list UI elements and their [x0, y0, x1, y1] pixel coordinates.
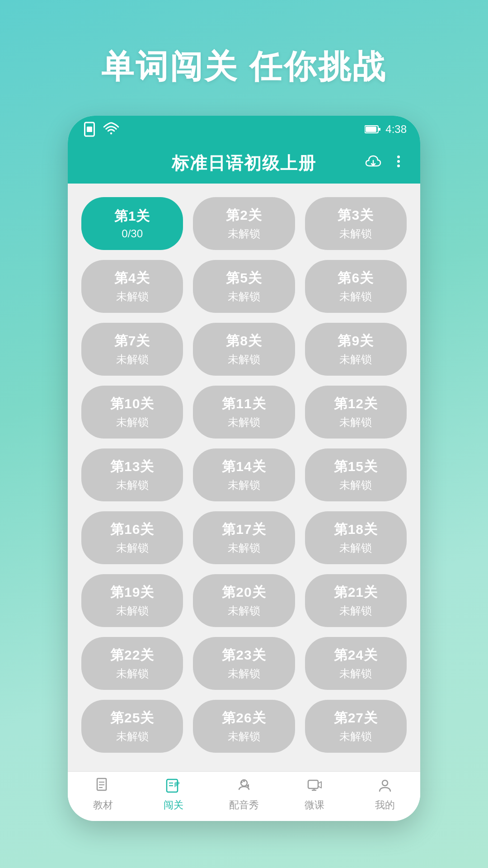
level-btn-1[interactable]: 第1关0/30: [81, 197, 183, 250]
wifi-icon: [103, 121, 119, 137]
level-status-16: 未解锁: [116, 541, 149, 555]
nav-icon-textbook: [94, 777, 112, 796]
battery-icon: [365, 125, 381, 134]
level-btn-16[interactable]: 第16关未解锁: [81, 511, 183, 564]
level-name-20: 第20关: [222, 583, 266, 602]
level-btn-6[interactable]: 第6关未解锁: [305, 260, 407, 313]
svg-point-23: [382, 780, 388, 786]
level-btn-24[interactable]: 第24关未解锁: [305, 637, 407, 690]
nav-icon-challenge: [165, 777, 182, 796]
nav-icon-dubbing: [235, 777, 253, 796]
level-status-8: 未解锁: [228, 352, 260, 367]
nav-item-micro[interactable]: 微课: [279, 777, 350, 812]
level-name-13: 第13关: [110, 458, 154, 476]
time-display: 4:38: [385, 123, 407, 136]
level-status-7: 未解锁: [116, 352, 149, 367]
level-status-27: 未解锁: [339, 729, 372, 744]
level-name-21: 第21关: [334, 583, 378, 602]
level-name-6: 第6关: [338, 269, 374, 288]
nav-icon-micro: [306, 777, 323, 796]
level-status-21: 未解锁: [339, 604, 372, 618]
level-status-24: 未解锁: [339, 666, 372, 681]
level-btn-20[interactable]: 第20关未解锁: [193, 574, 295, 627]
svg-rect-20: [308, 780, 318, 788]
level-btn-5[interactable]: 第5关未解锁: [193, 260, 295, 313]
level-name-12: 第12关: [334, 395, 378, 413]
level-status-11: 未解锁: [228, 415, 260, 429]
nav-item-mine[interactable]: 我的: [350, 777, 420, 812]
level-btn-8[interactable]: 第8关未解锁: [193, 323, 295, 376]
sim-icon: [81, 121, 98, 137]
hero-title: 单词闯关 任你挑战: [101, 45, 387, 89]
svg-rect-4: [366, 127, 376, 132]
level-btn-25[interactable]: 第25关未解锁: [81, 700, 183, 753]
svg-point-18: [241, 781, 243, 783]
level-btn-26[interactable]: 第26关未解锁: [193, 700, 295, 753]
level-btn-23[interactable]: 第23关未解锁: [193, 637, 295, 690]
nav-item-challenge[interactable]: 闯关: [138, 777, 209, 812]
svg-rect-1: [87, 127, 92, 132]
level-btn-12[interactable]: 第12关未解锁: [305, 386, 407, 439]
svg-point-8: [397, 165, 400, 167]
level-btn-14[interactable]: 第14关未解锁: [193, 448, 295, 501]
level-name-27: 第27关: [334, 709, 378, 727]
level-btn-21[interactable]: 第21关未解锁: [305, 574, 407, 627]
level-status-1: 0/30: [122, 227, 143, 240]
level-btn-13[interactable]: 第13关未解锁: [81, 448, 183, 501]
level-name-18: 第18关: [334, 520, 378, 539]
level-btn-9[interactable]: 第9关未解锁: [305, 323, 407, 376]
header-icons: [364, 152, 407, 175]
nav-item-dubbing[interactable]: 配音秀: [209, 777, 279, 812]
level-btn-11[interactable]: 第11关未解锁: [193, 386, 295, 439]
nav-label-challenge: 闯关: [164, 798, 183, 812]
nav-label-micro: 微课: [305, 798, 324, 812]
level-name-25: 第25关: [110, 709, 154, 727]
svg-point-6: [397, 156, 400, 158]
level-btn-27[interactable]: 第27关未解锁: [305, 700, 407, 753]
level-name-11: 第11关: [222, 395, 266, 413]
app-header: 标准日语初级上册: [68, 143, 420, 184]
status-left: [81, 121, 119, 137]
level-name-23: 第23关: [222, 646, 266, 665]
level-status-17: 未解锁: [228, 541, 260, 555]
level-btn-7[interactable]: 第7关未解锁: [81, 323, 183, 376]
level-btn-10[interactable]: 第10关未解锁: [81, 386, 183, 439]
level-btn-17[interactable]: 第17关未解锁: [193, 511, 295, 564]
level-btn-2[interactable]: 第2关未解锁: [193, 197, 295, 250]
nav-label-textbook: 教材: [93, 798, 113, 812]
level-status-25: 未解锁: [116, 729, 149, 744]
svg-point-2: [110, 132, 113, 135]
level-status-6: 未解锁: [339, 289, 372, 304]
level-btn-19[interactable]: 第19关未解锁: [81, 574, 183, 627]
level-btn-3[interactable]: 第3关未解锁: [305, 197, 407, 250]
level-name-22: 第22关: [110, 646, 154, 665]
level-status-5: 未解锁: [228, 289, 260, 304]
level-btn-15[interactable]: 第15关未解锁: [305, 448, 407, 501]
level-name-3: 第3关: [338, 206, 374, 225]
nav-item-textbook[interactable]: 教材: [68, 777, 138, 812]
level-status-20: 未解锁: [228, 604, 260, 618]
level-name-1: 第1关: [114, 207, 150, 226]
download-icon[interactable]: [364, 152, 382, 175]
svg-rect-5: [379, 128, 380, 131]
main-content[interactable]: 第1关0/30第2关未解锁第3关未解锁第4关未解锁第5关未解锁第6关未解锁第7关…: [68, 184, 420, 771]
level-name-9: 第9关: [338, 332, 374, 350]
more-icon[interactable]: [390, 153, 407, 174]
svg-point-7: [397, 160, 400, 163]
level-name-8: 第8关: [226, 332, 262, 350]
level-name-26: 第26关: [222, 709, 266, 727]
level-status-9: 未解锁: [339, 352, 372, 367]
level-status-12: 未解锁: [339, 415, 372, 429]
level-btn-4[interactable]: 第4关未解锁: [81, 260, 183, 313]
level-btn-22[interactable]: 第22关未解锁: [81, 637, 183, 690]
level-status-4: 未解锁: [116, 289, 149, 304]
level-btn-18[interactable]: 第18关未解锁: [305, 511, 407, 564]
level-status-10: 未解锁: [116, 415, 149, 429]
phone-mockup: 4:38 标准日语初级上册: [68, 116, 420, 821]
level-name-2: 第2关: [226, 206, 262, 225]
level-name-16: 第16关: [110, 520, 154, 539]
level-name-15: 第15关: [334, 458, 378, 476]
level-status-14: 未解锁: [228, 478, 260, 492]
nav-label-dubbing: 配音秀: [229, 798, 259, 812]
level-status-22: 未解锁: [116, 666, 149, 681]
